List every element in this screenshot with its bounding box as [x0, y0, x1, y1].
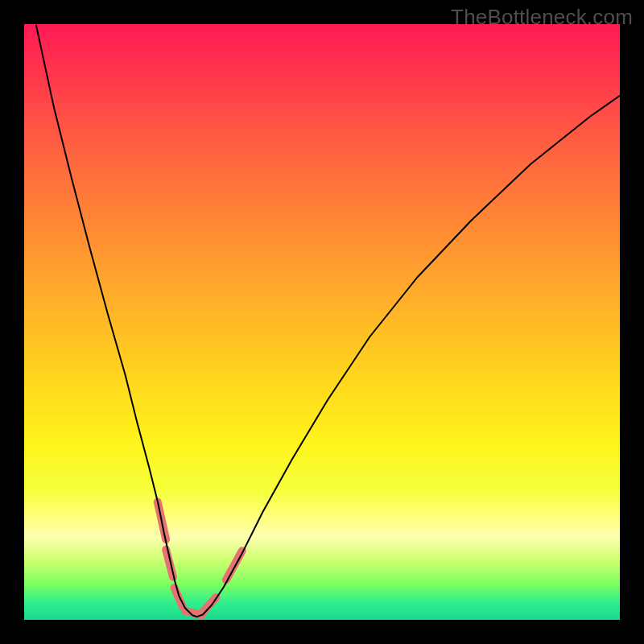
watermark-text: TheBottleneck.com: [451, 5, 633, 30]
marker-segment: [203, 597, 216, 613]
marker-segment: [166, 550, 173, 577]
bottleneck-curve: [36, 25, 620, 617]
marker-segment: [174, 588, 182, 607]
chart-frame: TheBottleneck.com: [0, 0, 644, 644]
plot-area: [24, 24, 620, 620]
marker-segment: [226, 551, 242, 580]
chart-svg: [24, 24, 620, 620]
